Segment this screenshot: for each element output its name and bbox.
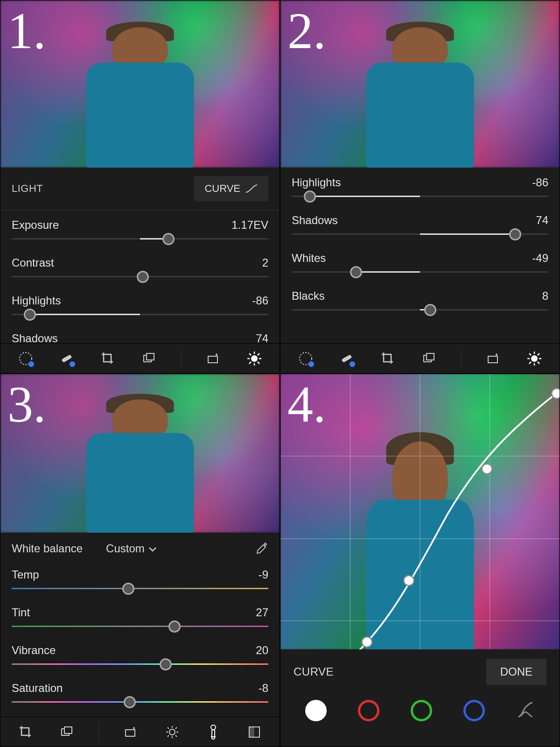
selective-edit-icon[interactable]	[296, 349, 315, 368]
svg-rect-44	[249, 727, 254, 737]
highlights-slider[interactable]: Highlights -86	[0, 286, 280, 315]
svg-rect-30	[126, 730, 135, 736]
curve-title: CURVE	[294, 665, 334, 678]
contrast-value: 2	[262, 256, 268, 269]
channel-blue[interactable]	[463, 700, 485, 721]
shadows-slider-partial[interactable]: Shadows 74	[0, 324, 280, 343]
vibrance-label: Vibrance	[12, 644, 56, 657]
light-icon[interactable]	[525, 349, 544, 368]
curve-button[interactable]: CURVE	[194, 176, 268, 201]
svg-point-40	[211, 725, 216, 730]
shadows-value: 74	[256, 332, 268, 343]
svg-rect-41	[212, 730, 215, 739]
whites-label: Whites	[292, 252, 326, 265]
channel-green[interactable]	[411, 700, 432, 721]
whites-value: -49	[532, 252, 548, 265]
photo-preview[interactable]: 3.	[0, 374, 280, 533]
svg-line-12	[249, 362, 251, 364]
edit-toolbar	[280, 343, 560, 373]
svg-line-26	[529, 362, 531, 364]
svg-point-31	[169, 729, 175, 735]
step-number: 2.	[287, 5, 326, 56]
tint-value: 27	[256, 606, 268, 619]
presets-icon[interactable]	[57, 723, 76, 741]
step-number: 4.	[287, 379, 326, 430]
temp-slider[interactable]: Temp -9	[0, 560, 280, 589]
photo-preview[interactable]: 1.	[0, 0, 280, 168]
svg-point-19	[531, 355, 538, 362]
curve-icon	[245, 184, 258, 193]
shadows-label: Shadows	[292, 214, 338, 227]
light-section-header: LIGHT CURVE	[0, 168, 280, 210]
svg-rect-29	[64, 727, 72, 733]
tint-label: Tint	[12, 606, 30, 619]
blacks-label: Blacks	[292, 289, 325, 303]
tint-slider[interactable]: Tint 27	[0, 598, 280, 627]
svg-line-36	[168, 727, 169, 729]
presets-icon[interactable]	[420, 349, 438, 368]
svg-line-13	[258, 353, 259, 355]
saturation-label: Saturation	[12, 682, 63, 695]
svg-line-27	[538, 353, 539, 355]
light-icon[interactable]	[245, 349, 264, 368]
channel-red[interactable]	[358, 700, 379, 721]
light-icon[interactable]	[163, 723, 182, 741]
photo-preview[interactable]: 2.	[280, 0, 560, 168]
svg-rect-3	[147, 353, 154, 360]
auto-icon[interactable]	[121, 723, 140, 741]
svg-point-5	[251, 355, 258, 362]
channel-luminance[interactable]	[305, 700, 327, 721]
white-balance-label: White balance	[12, 542, 83, 555]
effects-icon[interactable]	[245, 723, 264, 741]
curve-channel-row	[280, 694, 560, 730]
vibrance-value: 20	[256, 644, 268, 657]
done-button[interactable]: DONE	[486, 659, 546, 685]
photo-preview-curve[interactable]: 4.	[280, 374, 560, 649]
parametric-curve-icon[interactable]	[516, 700, 535, 721]
chevron-down-icon	[148, 542, 157, 555]
shadows-slider[interactable]: Shadows 74	[280, 205, 560, 235]
contrast-label: Contrast	[12, 256, 54, 269]
highlights-label: Highlights	[12, 294, 61, 307]
exposure-slider[interactable]: Exposure 1.17EV	[0, 210, 280, 240]
white-balance-row: White balance Custom	[0, 533, 280, 560]
selective-edit-icon[interactable]	[16, 349, 35, 368]
auto-icon[interactable]	[204, 349, 223, 368]
whites-slider[interactable]: Whites -49	[280, 243, 560, 273]
saturation-value: -8	[259, 682, 268, 695]
highlights-slider[interactable]: Highlights -86	[280, 168, 560, 197]
light-title: LIGHT	[12, 183, 43, 195]
svg-rect-17	[427, 353, 434, 360]
saturation-slider[interactable]: Saturation -8	[0, 673, 280, 703]
blacks-slider[interactable]: Blacks 8	[280, 281, 560, 310]
highlights-label: Highlights	[292, 176, 341, 189]
svg-line-10	[249, 353, 251, 355]
contrast-slider[interactable]: Contrast 2	[0, 248, 280, 277]
auto-icon[interactable]	[484, 349, 503, 368]
svg-line-24	[529, 353, 531, 355]
crop-icon[interactable]	[16, 723, 35, 741]
healing-icon[interactable]	[337, 349, 356, 368]
crop-icon[interactable]	[98, 349, 117, 368]
highlights-value: -86	[252, 294, 268, 307]
svg-rect-18	[488, 356, 497, 363]
white-balance-select[interactable]: Custom	[106, 542, 157, 555]
presets-icon[interactable]	[140, 349, 158, 368]
curve-footer-header: CURVE DONE	[280, 649, 560, 694]
color-icon[interactable]	[204, 723, 223, 741]
svg-rect-4	[208, 356, 217, 363]
panel-3: 3. White balance Custom Temp -9	[0, 374, 280, 747]
step-number: 3.	[7, 379, 46, 430]
svg-line-37	[175, 735, 177, 737]
svg-line-38	[168, 735, 169, 737]
shadows-label: Shadows	[12, 332, 58, 343]
healing-icon[interactable]	[57, 349, 76, 368]
eyedropper-icon[interactable]	[253, 541, 268, 556]
edit-toolbar	[0, 343, 280, 373]
vibrance-slider[interactable]: Vibrance 20	[0, 635, 280, 665]
temp-label: Temp	[12, 568, 39, 581]
crop-icon[interactable]	[378, 349, 397, 368]
step-number: 1.	[7, 5, 46, 56]
highlights-value: -86	[532, 176, 548, 189]
panel-2: 2. Highlights -86 Shadows 74	[280, 0, 560, 374]
